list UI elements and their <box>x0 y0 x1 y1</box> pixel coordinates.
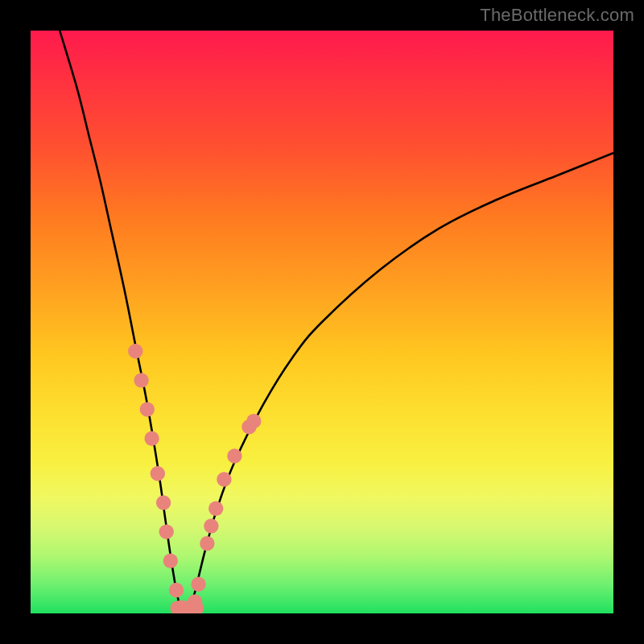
marker-dot <box>163 554 178 568</box>
marker-dot <box>169 583 184 597</box>
chart-frame: TheBottleneck.com <box>0 0 644 644</box>
marker-dot <box>217 472 231 486</box>
marker-group <box>128 344 261 613</box>
bottleneck-curve <box>60 31 613 613</box>
watermark-text: TheBottleneck.com <box>480 5 634 26</box>
marker-dot <box>144 431 159 446</box>
marker-dot <box>227 448 242 463</box>
chart-overlay <box>31 31 613 613</box>
marker-dot <box>204 518 218 533</box>
plot-area <box>31 31 613 613</box>
marker-dot <box>156 495 171 510</box>
marker-dot <box>128 344 142 358</box>
marker-dot <box>246 414 261 428</box>
marker-dot <box>200 536 214 551</box>
marker-dot <box>208 502 223 516</box>
marker-dot <box>134 373 148 387</box>
marker-dot <box>159 524 174 539</box>
marker-dot <box>151 466 165 481</box>
marker-dot <box>140 402 155 416</box>
marker-dot <box>191 577 205 592</box>
marker-dot <box>188 594 202 609</box>
